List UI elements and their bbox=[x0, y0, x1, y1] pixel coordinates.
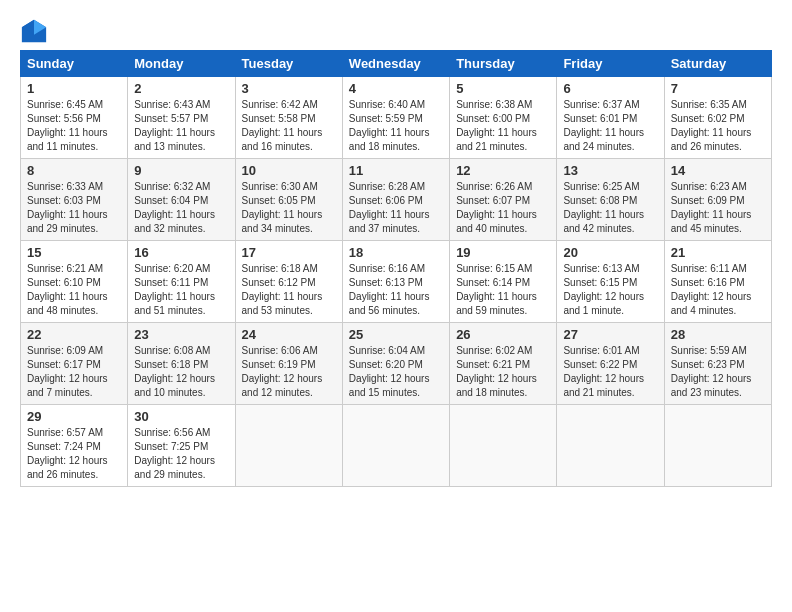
day-cell: 12Sunrise: 6:26 AM Sunset: 6:07 PM Dayli… bbox=[450, 159, 557, 241]
day-number: 12 bbox=[456, 163, 550, 178]
week-row-2: 8Sunrise: 6:33 AM Sunset: 6:03 PM Daylig… bbox=[21, 159, 772, 241]
day-number: 29 bbox=[27, 409, 121, 424]
page: SundayMondayTuesdayWednesdayThursdayFrid… bbox=[0, 0, 792, 497]
day-info: Sunrise: 6:30 AM Sunset: 6:05 PM Dayligh… bbox=[242, 180, 336, 236]
day-info: Sunrise: 6:42 AM Sunset: 5:58 PM Dayligh… bbox=[242, 98, 336, 154]
day-cell bbox=[342, 405, 449, 487]
header-cell-wednesday: Wednesday bbox=[342, 51, 449, 77]
logo bbox=[20, 18, 52, 46]
day-cell: 1Sunrise: 6:45 AM Sunset: 5:56 PM Daylig… bbox=[21, 77, 128, 159]
day-cell: 24Sunrise: 6:06 AM Sunset: 6:19 PM Dayli… bbox=[235, 323, 342, 405]
header-cell-monday: Monday bbox=[128, 51, 235, 77]
day-info: Sunrise: 6:06 AM Sunset: 6:19 PM Dayligh… bbox=[242, 344, 336, 400]
day-cell: 29Sunrise: 6:57 AM Sunset: 7:24 PM Dayli… bbox=[21, 405, 128, 487]
day-cell: 20Sunrise: 6:13 AM Sunset: 6:15 PM Dayli… bbox=[557, 241, 664, 323]
day-info: Sunrise: 6:32 AM Sunset: 6:04 PM Dayligh… bbox=[134, 180, 228, 236]
day-cell: 23Sunrise: 6:08 AM Sunset: 6:18 PM Dayli… bbox=[128, 323, 235, 405]
day-info: Sunrise: 6:26 AM Sunset: 6:07 PM Dayligh… bbox=[456, 180, 550, 236]
header-cell-thursday: Thursday bbox=[450, 51, 557, 77]
day-number: 11 bbox=[349, 163, 443, 178]
day-info: Sunrise: 6:15 AM Sunset: 6:14 PM Dayligh… bbox=[456, 262, 550, 318]
day-number: 18 bbox=[349, 245, 443, 260]
day-info: Sunrise: 6:43 AM Sunset: 5:57 PM Dayligh… bbox=[134, 98, 228, 154]
day-cell: 30Sunrise: 6:56 AM Sunset: 7:25 PM Dayli… bbox=[128, 405, 235, 487]
day-number: 19 bbox=[456, 245, 550, 260]
day-number: 17 bbox=[242, 245, 336, 260]
header-cell-sunday: Sunday bbox=[21, 51, 128, 77]
day-number: 9 bbox=[134, 163, 228, 178]
day-cell: 7Sunrise: 6:35 AM Sunset: 6:02 PM Daylig… bbox=[664, 77, 771, 159]
day-number: 2 bbox=[134, 81, 228, 96]
day-cell: 25Sunrise: 6:04 AM Sunset: 6:20 PM Dayli… bbox=[342, 323, 449, 405]
header-cell-friday: Friday bbox=[557, 51, 664, 77]
header bbox=[20, 18, 772, 46]
day-info: Sunrise: 6:02 AM Sunset: 6:21 PM Dayligh… bbox=[456, 344, 550, 400]
day-cell: 28Sunrise: 5:59 AM Sunset: 6:23 PM Dayli… bbox=[664, 323, 771, 405]
day-cell: 2Sunrise: 6:43 AM Sunset: 5:57 PM Daylig… bbox=[128, 77, 235, 159]
calendar-table: SundayMondayTuesdayWednesdayThursdayFrid… bbox=[20, 50, 772, 487]
day-info: Sunrise: 6:25 AM Sunset: 6:08 PM Dayligh… bbox=[563, 180, 657, 236]
day-cell bbox=[235, 405, 342, 487]
week-row-3: 15Sunrise: 6:21 AM Sunset: 6:10 PM Dayli… bbox=[21, 241, 772, 323]
day-info: Sunrise: 6:08 AM Sunset: 6:18 PM Dayligh… bbox=[134, 344, 228, 400]
day-number: 5 bbox=[456, 81, 550, 96]
day-cell: 3Sunrise: 6:42 AM Sunset: 5:58 PM Daylig… bbox=[235, 77, 342, 159]
day-cell: 22Sunrise: 6:09 AM Sunset: 6:17 PM Dayli… bbox=[21, 323, 128, 405]
day-info: Sunrise: 6:35 AM Sunset: 6:02 PM Dayligh… bbox=[671, 98, 765, 154]
day-number: 30 bbox=[134, 409, 228, 424]
day-cell: 11Sunrise: 6:28 AM Sunset: 6:06 PM Dayli… bbox=[342, 159, 449, 241]
day-number: 20 bbox=[563, 245, 657, 260]
day-info: Sunrise: 6:57 AM Sunset: 7:24 PM Dayligh… bbox=[27, 426, 121, 482]
day-cell: 4Sunrise: 6:40 AM Sunset: 5:59 PM Daylig… bbox=[342, 77, 449, 159]
day-cell: 8Sunrise: 6:33 AM Sunset: 6:03 PM Daylig… bbox=[21, 159, 128, 241]
day-cell: 14Sunrise: 6:23 AM Sunset: 6:09 PM Dayli… bbox=[664, 159, 771, 241]
day-number: 13 bbox=[563, 163, 657, 178]
day-info: Sunrise: 6:18 AM Sunset: 6:12 PM Dayligh… bbox=[242, 262, 336, 318]
day-number: 16 bbox=[134, 245, 228, 260]
day-number: 24 bbox=[242, 327, 336, 342]
header-cell-saturday: Saturday bbox=[664, 51, 771, 77]
day-info: Sunrise: 6:04 AM Sunset: 6:20 PM Dayligh… bbox=[349, 344, 443, 400]
header-cell-tuesday: Tuesday bbox=[235, 51, 342, 77]
day-cell: 6Sunrise: 6:37 AM Sunset: 6:01 PM Daylig… bbox=[557, 77, 664, 159]
day-info: Sunrise: 6:28 AM Sunset: 6:06 PM Dayligh… bbox=[349, 180, 443, 236]
day-cell: 27Sunrise: 6:01 AM Sunset: 6:22 PM Dayli… bbox=[557, 323, 664, 405]
day-number: 1 bbox=[27, 81, 121, 96]
day-number: 7 bbox=[671, 81, 765, 96]
day-number: 8 bbox=[27, 163, 121, 178]
day-cell: 5Sunrise: 6:38 AM Sunset: 6:00 PM Daylig… bbox=[450, 77, 557, 159]
day-info: Sunrise: 6:11 AM Sunset: 6:16 PM Dayligh… bbox=[671, 262, 765, 318]
day-number: 26 bbox=[456, 327, 550, 342]
day-cell: 10Sunrise: 6:30 AM Sunset: 6:05 PM Dayli… bbox=[235, 159, 342, 241]
day-number: 3 bbox=[242, 81, 336, 96]
week-row-4: 22Sunrise: 6:09 AM Sunset: 6:17 PM Dayli… bbox=[21, 323, 772, 405]
day-cell bbox=[557, 405, 664, 487]
day-number: 15 bbox=[27, 245, 121, 260]
logo-icon bbox=[20, 18, 48, 46]
day-number: 6 bbox=[563, 81, 657, 96]
day-cell: 9Sunrise: 6:32 AM Sunset: 6:04 PM Daylig… bbox=[128, 159, 235, 241]
calendar-body: 1Sunrise: 6:45 AM Sunset: 5:56 PM Daylig… bbox=[21, 77, 772, 487]
day-info: Sunrise: 6:21 AM Sunset: 6:10 PM Dayligh… bbox=[27, 262, 121, 318]
calendar-header: SundayMondayTuesdayWednesdayThursdayFrid… bbox=[21, 51, 772, 77]
day-info: Sunrise: 6:38 AM Sunset: 6:00 PM Dayligh… bbox=[456, 98, 550, 154]
day-info: Sunrise: 6:09 AM Sunset: 6:17 PM Dayligh… bbox=[27, 344, 121, 400]
day-cell: 15Sunrise: 6:21 AM Sunset: 6:10 PM Dayli… bbox=[21, 241, 128, 323]
week-row-1: 1Sunrise: 6:45 AM Sunset: 5:56 PM Daylig… bbox=[21, 77, 772, 159]
day-cell: 17Sunrise: 6:18 AM Sunset: 6:12 PM Dayli… bbox=[235, 241, 342, 323]
day-number: 25 bbox=[349, 327, 443, 342]
day-cell bbox=[664, 405, 771, 487]
day-number: 28 bbox=[671, 327, 765, 342]
day-cell: 21Sunrise: 6:11 AM Sunset: 6:16 PM Dayli… bbox=[664, 241, 771, 323]
day-info: Sunrise: 6:23 AM Sunset: 6:09 PM Dayligh… bbox=[671, 180, 765, 236]
day-cell: 16Sunrise: 6:20 AM Sunset: 6:11 PM Dayli… bbox=[128, 241, 235, 323]
day-info: Sunrise: 6:45 AM Sunset: 5:56 PM Dayligh… bbox=[27, 98, 121, 154]
day-number: 14 bbox=[671, 163, 765, 178]
header-row: SundayMondayTuesdayWednesdayThursdayFrid… bbox=[21, 51, 772, 77]
day-info: Sunrise: 6:33 AM Sunset: 6:03 PM Dayligh… bbox=[27, 180, 121, 236]
day-info: Sunrise: 6:37 AM Sunset: 6:01 PM Dayligh… bbox=[563, 98, 657, 154]
day-cell: 13Sunrise: 6:25 AM Sunset: 6:08 PM Dayli… bbox=[557, 159, 664, 241]
day-info: Sunrise: 6:40 AM Sunset: 5:59 PM Dayligh… bbox=[349, 98, 443, 154]
day-info: Sunrise: 6:20 AM Sunset: 6:11 PM Dayligh… bbox=[134, 262, 228, 318]
day-cell bbox=[450, 405, 557, 487]
